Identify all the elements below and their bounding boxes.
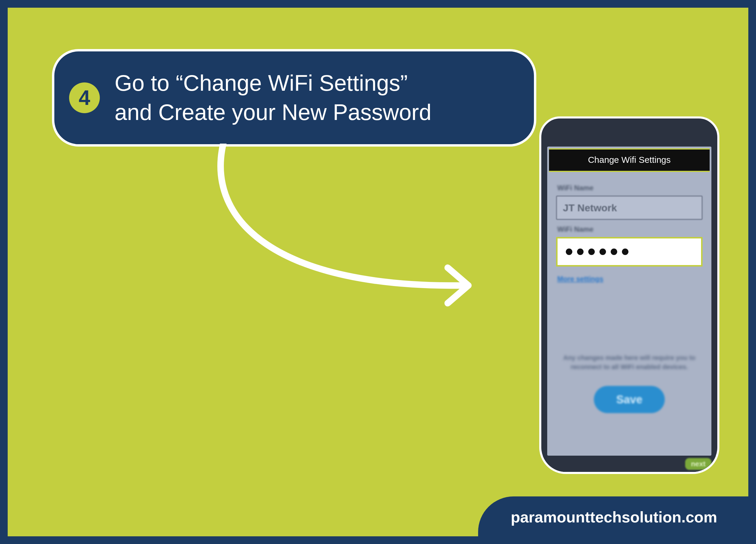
screen-title: Change Wifi Settings — [588, 155, 671, 164]
password-dots — [566, 248, 628, 255]
next-button[interactable]: next — [685, 458, 711, 470]
wifi-password-label: WiFi Name — [557, 225, 703, 233]
step-number: 4 — [79, 86, 90, 110]
wifi-name-label: WiFi Name — [557, 184, 703, 192]
wifi-settings-form: WiFi Name WiFi Name More settings — [547, 172, 711, 283]
phone-screen: Change Wifi Settings WiFi Name WiFi Name… — [547, 146, 711, 456]
save-button[interactable]: Save — [594, 386, 665, 413]
step-line1: Go to “Change WiFi Settings” — [115, 70, 408, 95]
step-instruction: Go to “Change WiFi Settings” and Create … — [115, 69, 431, 127]
arrow-icon — [200, 144, 495, 309]
footer-site-label: paramounttechsolution.com — [511, 508, 717, 526]
phone-mockup: Change Wifi Settings WiFi Name WiFi Name… — [539, 116, 719, 474]
disclaimer-text: Any changes made here will require you t… — [556, 354, 703, 372]
phone-nav-bar: next — [541, 456, 717, 472]
step-line2: and Create your New Password — [115, 100, 431, 125]
step-bubble: 4 Go to “Change WiFi Settings” and Creat… — [52, 49, 536, 146]
footer-branding: paramounttechsolution.com — [478, 496, 750, 538]
infographic-frame: 4 Go to “Change WiFi Settings” and Creat… — [0, 0, 756, 544]
step-number-badge: 4 — [69, 82, 100, 113]
more-settings-link[interactable]: More settings — [557, 275, 703, 283]
screen-title-bar: Change Wifi Settings — [549, 148, 710, 172]
phone-statusbar — [541, 118, 717, 145]
wifi-password-input[interactable] — [556, 237, 703, 266]
wifi-name-input[interactable] — [556, 195, 703, 220]
